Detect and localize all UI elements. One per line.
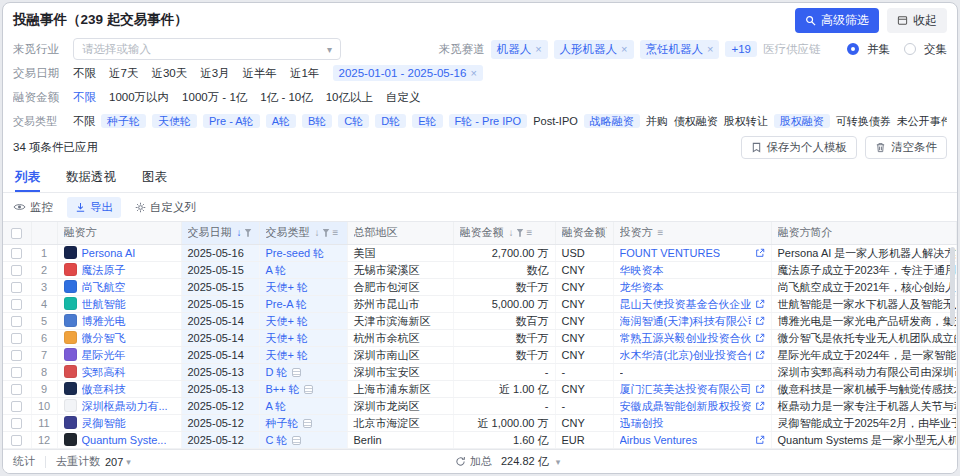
tab-pivot[interactable]: 数据透视 bbox=[66, 163, 116, 192]
round-history-icon[interactable] bbox=[303, 419, 312, 428]
round-history-icon[interactable] bbox=[304, 385, 313, 394]
date-option[interactable]: 近7天 bbox=[109, 67, 138, 79]
row-select-cell[interactable] bbox=[3, 312, 31, 329]
filter-icon[interactable] bbox=[245, 229, 252, 237]
column-menu-icon[interactable]: ≡ bbox=[333, 228, 339, 238]
track-more-tag[interactable]: +19 bbox=[725, 41, 757, 57]
external-link-icon[interactable] bbox=[755, 299, 765, 309]
type-option[interactable]: 未公开事件 bbox=[897, 115, 947, 127]
row-select-cell[interactable] bbox=[3, 346, 31, 363]
monitor-button[interactable]: 监控 bbox=[13, 200, 53, 215]
row-checkbox[interactable] bbox=[11, 299, 22, 310]
sum-control[interactable]: 加总 224.82 亿 ▾ bbox=[455, 454, 560, 469]
investor-name[interactable]: 安徽成鼎智能创新股权投资基... bbox=[620, 398, 751, 414]
investor-name[interactable]: 海润智通(天津)科技有限公司 bbox=[620, 313, 751, 329]
investor-name[interactable]: FOUNT VENTURES bbox=[620, 245, 721, 261]
remove-tag-icon[interactable]: × bbox=[707, 44, 713, 55]
select-all-cell[interactable] bbox=[3, 222, 31, 244]
investor-name[interactable]: - bbox=[620, 364, 624, 380]
column-header-amount[interactable]: 融资金额↓≡ bbox=[453, 222, 555, 244]
column-header-intro[interactable]: 融资方简介 bbox=[771, 222, 957, 244]
external-link-icon[interactable] bbox=[755, 248, 765, 258]
company-link[interactable]: 微分智飞 bbox=[82, 330, 126, 346]
type-option[interactable]: C轮 bbox=[338, 114, 369, 128]
company-link[interactable]: 实郅高科 bbox=[82, 364, 126, 380]
type-option[interactable]: F轮 - Pre IPO bbox=[449, 114, 528, 128]
select-all-checkbox[interactable] bbox=[11, 228, 22, 239]
remove-date-range-icon[interactable]: × bbox=[470, 68, 476, 79]
amount-option[interactable]: 不限 bbox=[73, 91, 96, 103]
type-option[interactable]: Pre - A轮 bbox=[203, 114, 260, 128]
type-option[interactable]: D轮 bbox=[375, 114, 406, 128]
column-menu-icon[interactable]: ≡ bbox=[658, 228, 664, 238]
investor-name[interactable]: 厦门汇英美达投资有限公司 bbox=[620, 381, 751, 397]
row-checkbox[interactable] bbox=[11, 248, 22, 259]
company-link[interactable]: 深圳枢鼎动力有... bbox=[82, 398, 168, 414]
date-range-tag[interactable]: 2025-01-01 - 2025-05-16 × bbox=[333, 65, 483, 81]
row-select-cell[interactable] bbox=[3, 261, 31, 278]
row-checkbox[interactable] bbox=[11, 282, 22, 293]
row-checkbox[interactable] bbox=[11, 401, 22, 412]
date-option[interactable]: 近1年 bbox=[290, 67, 319, 79]
column-menu-icon[interactable]: ≡ bbox=[527, 228, 533, 238]
row-checkbox[interactable] bbox=[11, 316, 22, 327]
round-history-icon[interactable] bbox=[292, 368, 301, 377]
row-checkbox[interactable] bbox=[11, 418, 22, 429]
type-option[interactable]: 战略融资 bbox=[584, 114, 640, 128]
company-link[interactable]: 尚飞航空 bbox=[82, 279, 126, 295]
company-link[interactable]: 博雅光电 bbox=[82, 313, 126, 329]
union-radio[interactable] bbox=[847, 43, 859, 55]
external-link-icon[interactable] bbox=[755, 316, 765, 326]
type-option[interactable]: 债权融资 bbox=[674, 115, 718, 127]
vertical-scrollbar[interactable] bbox=[950, 247, 955, 325]
company-link[interactable]: 魔法原子 bbox=[82, 262, 126, 278]
row-select-cell[interactable] bbox=[3, 278, 31, 295]
date-option[interactable]: 近半年 bbox=[243, 67, 278, 79]
sort-desc-icon[interactable]: ↓ bbox=[237, 228, 242, 238]
investor-name[interactable]: 昆山天使投资基金合伙企业(有... bbox=[620, 296, 751, 312]
track-tag[interactable]: 烹饪机器人× bbox=[640, 40, 720, 59]
row-checkbox[interactable] bbox=[11, 367, 22, 378]
investor-name[interactable]: 华映资本 bbox=[620, 262, 664, 278]
track-search-input[interactable] bbox=[763, 43, 841, 55]
industry-select[interactable]: 请选择或输入 ▾ bbox=[73, 38, 341, 60]
type-option[interactable]: E轮 bbox=[412, 114, 442, 128]
custom-columns-button[interactable]: 自定义列 bbox=[135, 200, 196, 215]
tab-chart[interactable]: 图表 bbox=[142, 163, 167, 192]
clear-conditions-button[interactable]: 清空条件 bbox=[865, 136, 947, 159]
amount-option[interactable]: 1000万 - 1亿 bbox=[182, 91, 247, 103]
row-checkbox[interactable] bbox=[11, 333, 22, 344]
external-link-icon[interactable] bbox=[755, 401, 765, 411]
tab-list[interactable]: 列表 bbox=[15, 163, 40, 192]
investor-name[interactable]: 龙华资本 bbox=[620, 279, 664, 295]
amount-option[interactable]: 自定义 bbox=[386, 91, 421, 103]
row-checkbox[interactable] bbox=[11, 265, 22, 276]
company-link[interactable]: 星际光年 bbox=[82, 347, 126, 363]
column-header-investor[interactable]: 投资方≡ bbox=[613, 222, 771, 244]
type-option[interactable]: 可转换债券 bbox=[836, 115, 891, 127]
external-link-icon[interactable] bbox=[755, 435, 765, 445]
company-link[interactable]: 傲意科技 bbox=[82, 381, 126, 397]
column-header-company[interactable]: 融资方 bbox=[57, 222, 181, 244]
type-option[interactable]: 股权融资 bbox=[774, 114, 830, 128]
external-link-icon[interactable] bbox=[755, 384, 765, 394]
filter-icon[interactable] bbox=[517, 229, 524, 237]
filter-icon[interactable] bbox=[323, 229, 330, 237]
dedupe-count-control[interactable]: 去重计数 207 ▾ bbox=[56, 454, 131, 469]
investor-name[interactable]: Airbus Ventures bbox=[620, 432, 698, 448]
advanced-filter-button[interactable]: 高级筛选 bbox=[795, 8, 879, 33]
amount-option[interactable]: 10亿以上 bbox=[326, 91, 373, 103]
sort-icon[interactable]: ↓ bbox=[509, 228, 514, 238]
row-select-cell[interactable] bbox=[3, 397, 31, 414]
row-select-cell[interactable] bbox=[3, 431, 31, 448]
row-checkbox[interactable] bbox=[11, 435, 22, 446]
type-option[interactable]: 不限 bbox=[73, 115, 95, 127]
column-header-currency[interactable]: 融资金额币种 bbox=[555, 222, 613, 244]
track-tag[interactable]: 机器人× bbox=[491, 40, 548, 59]
collapse-button[interactable]: 收起 bbox=[887, 8, 947, 33]
column-header-region[interactable]: 总部地区 bbox=[347, 222, 453, 244]
company-link[interactable]: Quantum Syste... bbox=[82, 432, 167, 448]
type-option[interactable]: 并购 bbox=[646, 115, 668, 127]
sort-icon[interactable]: ↓ bbox=[315, 228, 320, 238]
column-header-date[interactable]: 交易日期↓≡ bbox=[181, 222, 259, 244]
